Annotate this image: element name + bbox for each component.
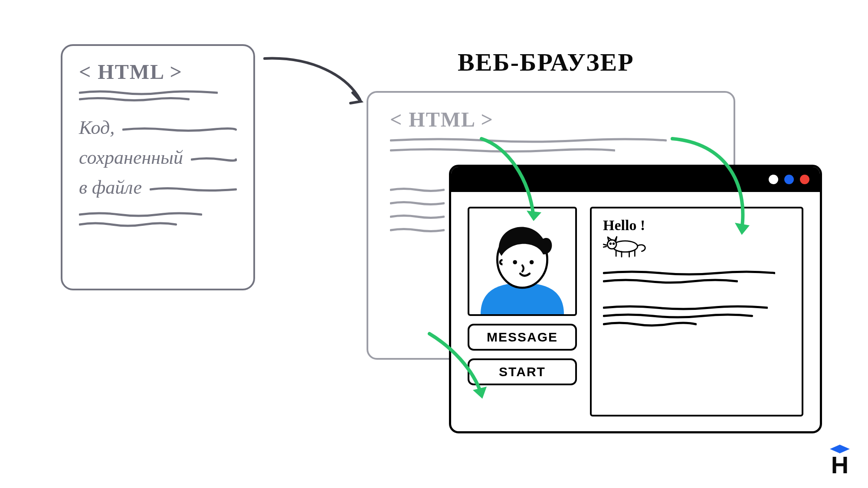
cat-doodle-icon (603, 235, 651, 260)
svg-point-1 (513, 260, 517, 264)
window-dot-icon (784, 175, 794, 184)
browser-html-tag: < HTML > (390, 107, 712, 131)
svg-line-11 (603, 244, 606, 245)
greeting-text: Hello ! (603, 217, 790, 234)
watermark-logo-icon: H (825, 444, 855, 478)
message-button[interactable]: MESSAGE (468, 324, 577, 351)
browser-heading: ВЕБ-БРАУЗЕР (458, 48, 634, 77)
svg-point-2 (530, 260, 534, 264)
start-button[interactable]: START (468, 358, 577, 385)
svg-point-10 (613, 243, 614, 244)
svg-point-9 (610, 243, 611, 244)
svg-text:H: H (831, 451, 848, 478)
avatar (468, 207, 577, 316)
flow-arrow-icon (260, 52, 373, 113)
window-titlebar (451, 167, 820, 192)
rendered-page-window: MESSAGE START Hello ! (449, 165, 822, 433)
window-dot-icon (769, 175, 778, 184)
window-dot-icon (800, 175, 809, 184)
source-note-line3: в файле (79, 176, 142, 198)
svg-line-12 (603, 247, 606, 247)
content-panel: Hello ! (590, 207, 803, 416)
source-code-card: < HTML > Код, сохраненный в файле (61, 44, 255, 290)
source-note-line2: сохраненный (79, 146, 183, 169)
html-tag-label: < HTML > (79, 60, 237, 84)
source-note-line1: Код, (79, 117, 115, 139)
